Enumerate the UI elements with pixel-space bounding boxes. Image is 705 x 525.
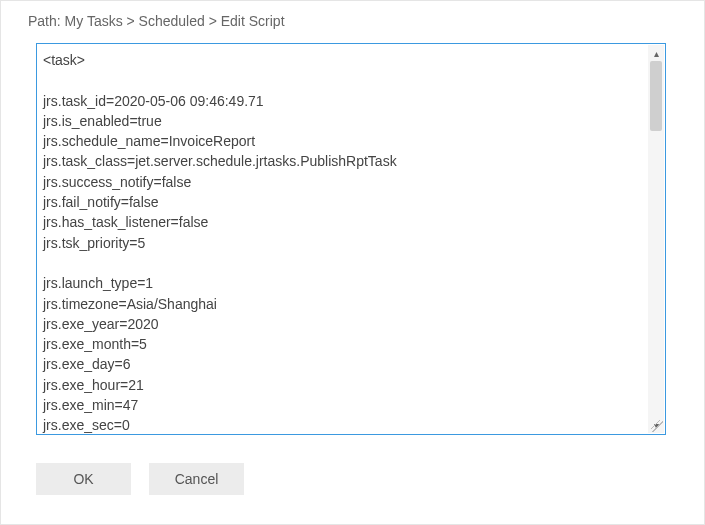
breadcrumb: Path: My Tasks > Scheduled > Edit Script <box>28 13 669 29</box>
scroll-thumb[interactable] <box>650 61 662 131</box>
script-editor[interactable] <box>36 43 666 435</box>
edit-script-dialog: Path: My Tasks > Scheduled > Edit Script… <box>0 0 705 525</box>
scroll-up-icon[interactable]: ▴ <box>648 45 664 61</box>
script-editor-container: ▴ ▾ <box>36 43 666 435</box>
cancel-button[interactable]: Cancel <box>149 463 244 495</box>
vertical-scrollbar[interactable]: ▴ ▾ <box>648 45 664 433</box>
scroll-track[interactable] <box>648 61 664 417</box>
dialog-buttons: OK Cancel <box>36 463 669 495</box>
ok-button[interactable]: OK <box>36 463 131 495</box>
resize-handle[interactable] <box>651 420 663 432</box>
